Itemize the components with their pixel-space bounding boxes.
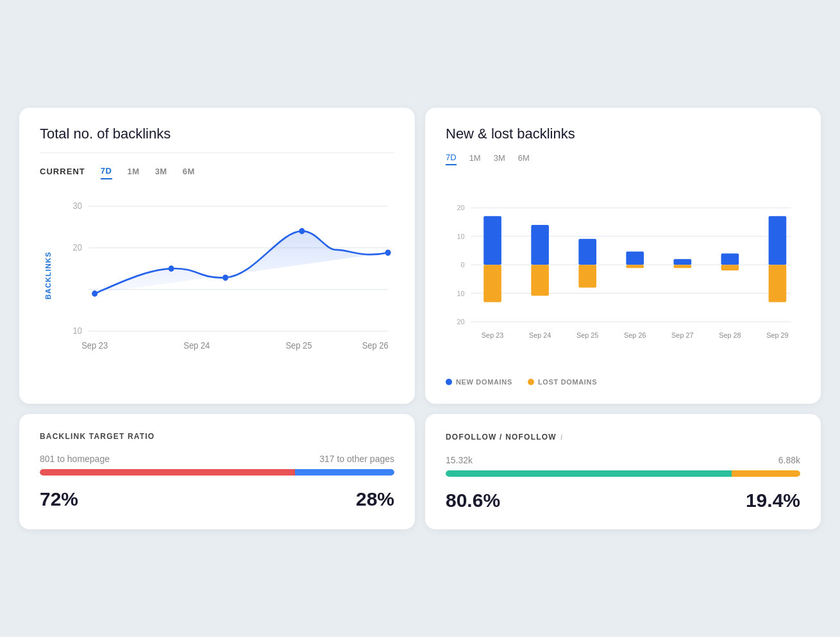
dofollow-right-label: 6.88k	[778, 455, 800, 465]
tab2-3m[interactable]: 3M	[494, 153, 505, 165]
bar-chart: 20 10 0 10 20	[446, 178, 800, 370]
svg-text:Sep 29: Sep 29	[766, 331, 788, 339]
ratio-bar	[40, 469, 394, 476]
tab-3m[interactable]: 3M	[155, 167, 167, 179]
svg-text:Sep 23: Sep 23	[81, 340, 108, 351]
ratio-right-pct: 28%	[356, 488, 394, 510]
card2-tabs: 7D 1M 3M 6M	[446, 153, 800, 165]
dofollow-left-pct: 80.6%	[446, 490, 500, 511]
legend-new-label: NEW DOMAINS	[456, 378, 512, 386]
card3-subtitle: BACKLINK TARGET RATIO	[40, 432, 394, 441]
svg-text:10: 10	[457, 233, 465, 240]
svg-rect-39	[769, 265, 787, 302]
svg-text:20: 20	[72, 242, 81, 252]
svg-text:Sep 27: Sep 27	[671, 331, 693, 339]
dofollow-percentages: 80.6% 19.4%	[446, 490, 800, 511]
svg-point-9	[223, 274, 228, 281]
card-total-backlinks: Total no. of backlinks CURRENT 7D 1M 3M …	[19, 108, 415, 404]
dofollow-bar-orange	[732, 470, 800, 477]
svg-text:Sep 26: Sep 26	[362, 340, 389, 351]
card-dofollow: DOFOLLOW / NOFOLLOW i 15.32k 6.88k 80.6%…	[425, 414, 821, 529]
dofollow-labels: 15.32k 6.88k	[446, 455, 800, 465]
tab2-6m[interactable]: 6M	[518, 153, 530, 165]
svg-text:30: 30	[72, 201, 81, 211]
svg-text:10: 10	[457, 290, 465, 297]
line-chart-svg: 30 20 10	[63, 192, 394, 359]
svg-rect-38	[769, 216, 787, 265]
svg-rect-36	[721, 253, 739, 265]
svg-rect-27	[483, 265, 501, 302]
svg-text:Sep 25: Sep 25	[285, 340, 312, 351]
legend-dot-new	[446, 379, 452, 385]
ratio-percentages: 72% 28%	[40, 488, 394, 510]
ratio-bar-red	[40, 469, 295, 476]
info-icon[interactable]: i	[560, 432, 563, 442]
card-backlink-ratio: BACKLINK TARGET RATIO 801 to homepage 31…	[19, 414, 415, 529]
y-axis-label: BACKLINKS	[44, 252, 52, 300]
dofollow-left-label: 15.32k	[446, 455, 473, 465]
ratio-left-label: 801 to homepage	[40, 454, 110, 464]
svg-rect-37	[721, 265, 739, 270]
svg-rect-33	[626, 265, 644, 268]
card2-title: New & lost backlinks	[446, 126, 800, 142]
svg-point-11	[385, 249, 391, 256]
tab2-7d[interactable]: 7D	[446, 153, 457, 165]
legend-lost-domains: LOST DOMAINS	[528, 378, 597, 386]
svg-text:Sep 23: Sep 23	[482, 331, 503, 339]
svg-point-10	[299, 228, 305, 235]
tab2-1m[interactable]: 1M	[469, 153, 481, 165]
dashboard: Total no. of backlinks CURRENT 7D 1M 3M …	[0, 0, 840, 637]
card4-subtitle: DOFOLLOW / NOFOLLOW	[446, 433, 557, 442]
svg-text:Sep 26: Sep 26	[624, 331, 646, 339]
card-new-lost-backlinks: New & lost backlinks 7D 1M 3M 6M 20	[425, 108, 821, 404]
svg-rect-26	[483, 216, 501, 265]
svg-point-7	[92, 290, 97, 297]
dofollow-right-pct: 19.4%	[746, 490, 800, 511]
tab-7d[interactable]: 7D	[101, 166, 112, 179]
dofollow-bar	[446, 470, 800, 477]
svg-text:0: 0	[461, 261, 465, 269]
svg-rect-28	[531, 225, 549, 265]
ratio-bar-blue	[295, 469, 394, 476]
svg-text:Sep 28: Sep 28	[719, 331, 741, 339]
bar-chart-svg: 20 10 0 10 20	[446, 178, 800, 370]
svg-text:Sep 24: Sep 24	[183, 340, 210, 351]
legend-new-domains: NEW DOMAINS	[446, 378, 512, 386]
legend-lost-label: LOST DOMAINS	[538, 378, 597, 386]
svg-point-8	[169, 265, 174, 272]
svg-rect-29	[531, 265, 549, 295]
svg-text:10: 10	[72, 326, 81, 336]
svg-rect-32	[626, 251, 644, 265]
tab-current[interactable]: CURRENT	[40, 167, 85, 179]
card1-tabs: CURRENT 7D 1M 3M 6M	[40, 166, 394, 179]
svg-text:20: 20	[457, 204, 465, 211]
card1-title: Total no. of backlinks	[40, 126, 394, 142]
line-chart: BACKLINKS 30 20 10	[40, 192, 394, 359]
svg-rect-31	[578, 265, 596, 288]
dofollow-bar-green	[446, 470, 732, 477]
svg-text:20: 20	[457, 318, 465, 326]
svg-text:Sep 25: Sep 25	[576, 331, 598, 339]
main-grid: Total no. of backlinks CURRENT 7D 1M 3M …	[19, 108, 821, 529]
chart-legend: NEW DOMAINS LOST DOMAINS	[446, 378, 800, 386]
legend-dot-lost	[528, 379, 534, 385]
ratio-left-pct: 72%	[40, 488, 78, 510]
svg-text:Sep 24: Sep 24	[529, 331, 551, 339]
svg-rect-35	[674, 265, 692, 268]
ratio-right-label: 317 to other pages	[319, 454, 394, 464]
tab-1m[interactable]: 1M	[128, 167, 140, 179]
ratio-labels: 801 to homepage 317 to other pages	[40, 454, 394, 464]
tab-6m[interactable]: 6M	[183, 167, 195, 179]
svg-rect-30	[578, 239, 596, 265]
svg-rect-34	[674, 259, 692, 265]
